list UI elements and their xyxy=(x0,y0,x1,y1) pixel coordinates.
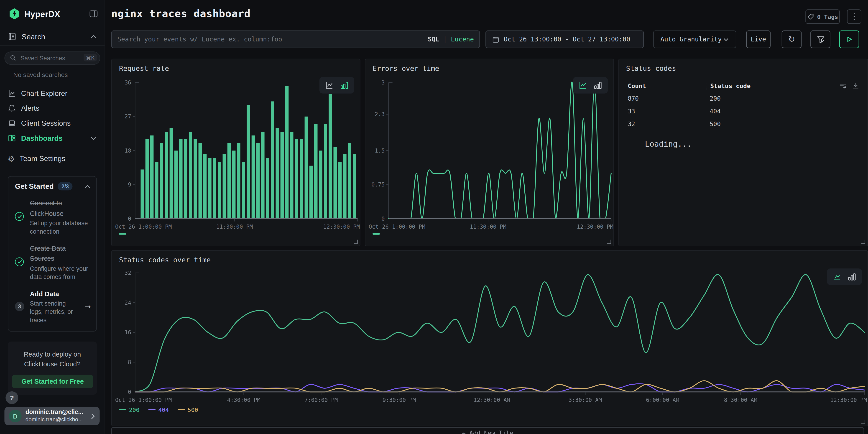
table-row[interactable]: 33404 xyxy=(628,105,860,118)
resize-handle[interactable] xyxy=(607,240,611,244)
chart-legend xyxy=(373,233,380,235)
svg-text:11:30:00 PM: 11:30:00 PM xyxy=(216,223,253,230)
tags-button[interactable]: 0 Tags xyxy=(805,9,840,24)
legend-item xyxy=(119,233,126,235)
nav-label: Alerts xyxy=(21,104,39,112)
saved-searches-box: ⌘K xyxy=(4,52,100,65)
sql-mode-button[interactable]: SQL xyxy=(428,35,439,43)
lucene-mode-button[interactable]: Lucene xyxy=(451,35,474,43)
live-button[interactable]: Live xyxy=(746,31,771,48)
search-section-label: Search xyxy=(22,32,45,40)
sidebar-item-client-sessions[interactable]: Client Sessions xyxy=(0,116,104,131)
chevron-up-icon[interactable] xyxy=(84,184,91,189)
bell-icon xyxy=(8,104,16,112)
legend-item[interactable]: 404 xyxy=(148,406,169,413)
app-window: HyperDX Search ⌘K No saved searches xyxy=(0,0,868,434)
date-range-picker[interactable]: Oct 26 13:00:00 - Oct 27 13:00:00 xyxy=(486,31,644,48)
tile-status-codes-over-time: Status codes over time 08162432Oct 26 1:… xyxy=(111,250,868,426)
chart-legend xyxy=(119,233,126,235)
user-menu[interactable]: D dominic.tran@clic... dominic.tran@clic… xyxy=(4,407,99,425)
table-header: Count Status code xyxy=(628,82,860,90)
svg-text:1.5: 1.5 xyxy=(375,147,385,154)
line-chart-icon[interactable] xyxy=(833,273,841,281)
date-range-value: Oct 26 13:00:00 - Oct 27 13:00:00 xyxy=(504,35,630,43)
more-menu-button[interactable] xyxy=(847,9,861,24)
app-name: HyperDX xyxy=(24,9,89,19)
add-new-tile-button[interactable]: + Add New Tile xyxy=(111,427,864,434)
run-query-button[interactable] xyxy=(839,31,859,48)
progress-badge: 2/3 xyxy=(58,182,73,190)
step-subtitle: Start sending logs, metrics, or traces xyxy=(30,300,79,324)
status-codes-over-time-chart[interactable]: 08162432Oct 26 1:00:00 PM4:30:00 PM7:00:… xyxy=(112,266,868,406)
granularity-select[interactable]: Auto Granularity xyxy=(653,31,736,48)
user-name: dominic.tran@clic... xyxy=(26,409,86,416)
request-rate-chart[interactable]: 09182736Oct 26 1:00:00 PM11:30:00 PM12:3… xyxy=(112,76,361,238)
line-chart-icon[interactable] xyxy=(579,81,587,89)
tile-errors-over-time: Errors over time 00.751.52.33Oct 26 1:00… xyxy=(365,59,614,246)
chevron-right-icon xyxy=(90,412,95,419)
user-email: dominic.tran@clickho... xyxy=(26,416,86,423)
legend-item[interactable]: 500 xyxy=(178,406,198,413)
svg-text:36: 36 xyxy=(125,79,131,86)
svg-text:12:30:00 PM: 12:30:00 PM xyxy=(323,223,360,230)
table-row[interactable]: 870200 xyxy=(628,92,860,105)
svg-text:0: 0 xyxy=(381,215,385,222)
sidebar-item-alerts[interactable]: Alerts xyxy=(0,101,104,116)
svg-text:12:30:00 AM: 12:30:00 AM xyxy=(474,397,510,403)
step-subtitle: Configure where your data comes from xyxy=(30,265,91,281)
chevron-down-icon xyxy=(723,37,729,42)
svg-text:8: 8 xyxy=(128,359,131,366)
get-started-card: Get Started 2/3 Connect to ClickHouse Se… xyxy=(8,176,97,332)
refresh-button[interactable]: ↻ xyxy=(782,31,802,48)
no-saved-searches-label: No saved searches xyxy=(0,65,104,81)
resize-handle[interactable] xyxy=(861,420,865,424)
get-started-step-add-data[interactable]: 3 Add Data Start sending logs, metrics, … xyxy=(15,288,91,324)
resize-handle[interactable] xyxy=(353,240,358,244)
sidebar-item-search[interactable]: Search xyxy=(0,28,104,46)
check-circle-icon xyxy=(15,212,24,221)
legend-item[interactable]: 200 xyxy=(119,406,140,413)
column-divider[interactable] xyxy=(706,82,706,90)
gear-icon: ⚙ xyxy=(8,155,15,162)
svg-text:12:30:00 PM: 12:30:00 PM xyxy=(830,397,867,403)
filter-button[interactable] xyxy=(810,31,830,48)
search-section-icon xyxy=(8,32,17,41)
chevron-down-icon xyxy=(90,135,97,141)
nav-label: Chart Explorer xyxy=(21,89,67,97)
svg-text:3: 3 xyxy=(381,79,385,86)
errors-chart[interactable]: 00.751.52.33Oct 26 1:00:00 PM11:30:00 PM… xyxy=(366,76,615,238)
sidebar-item-chart-explorer[interactable]: Chart Explorer xyxy=(0,86,104,101)
resize-handle[interactable] xyxy=(861,240,865,244)
table-row[interactable]: 32500 xyxy=(628,118,860,131)
chart-explorer-icon xyxy=(8,89,16,97)
column-header-status-code[interactable]: Status code xyxy=(710,82,750,90)
column-header-count[interactable]: Count xyxy=(628,82,706,90)
bar-chart-icon[interactable] xyxy=(594,81,602,89)
svg-text:0.75: 0.75 xyxy=(371,181,385,188)
download-icon[interactable] xyxy=(852,82,860,90)
dashboards-icon xyxy=(8,134,16,142)
line-chart-icon[interactable] xyxy=(326,81,334,89)
bar-chart-icon[interactable] xyxy=(340,81,348,89)
main-content: nginx traces dashboard 0 Tags SQL | Luce… xyxy=(105,0,868,434)
chevron-up-icon[interactable] xyxy=(90,34,97,39)
hyperdx-logo-icon xyxy=(9,8,20,19)
svg-text:Oct 26 1:00:00 PM: Oct 26 1:00:00 PM xyxy=(369,223,425,230)
get-started-step-sources[interactable]: Create Data Sources Configure where your… xyxy=(15,243,91,281)
tile-status-codes: Status codes Count Status code 870200334… xyxy=(618,59,868,246)
step-subtitle: Set up your database connection xyxy=(30,219,91,236)
svg-text:0: 0 xyxy=(128,215,131,222)
shortcut-badge: ⌘K xyxy=(84,54,97,61)
bar-chart-icon[interactable] xyxy=(848,273,856,281)
tile-title: Status codes xyxy=(626,64,676,72)
sidebar-item-team-settings[interactable]: ⚙ Team Settings xyxy=(0,151,104,166)
sidebar-item-dashboards[interactable]: Dashboards xyxy=(0,131,104,146)
sort-icon[interactable] xyxy=(839,82,847,90)
help-button[interactable]: ? xyxy=(5,392,18,404)
get-started-step-connect[interactable]: Connect to ClickHouse Set up your databa… xyxy=(15,198,91,236)
event-search-input[interactable] xyxy=(112,35,428,43)
chart-type-toggle xyxy=(573,77,608,94)
get-started-free-button[interactable]: Get Started for Free xyxy=(12,375,93,388)
sidebar-collapse-button[interactable] xyxy=(89,9,98,18)
calendar-icon xyxy=(492,36,499,43)
